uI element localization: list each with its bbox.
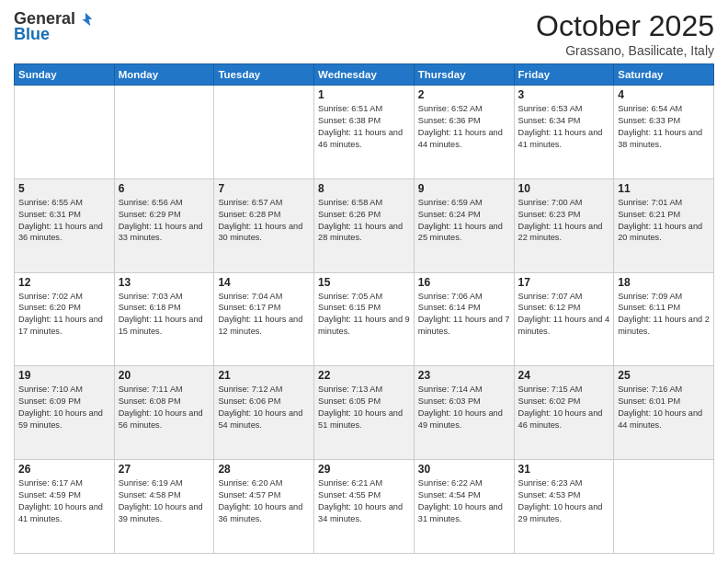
day-number: 5 (18, 182, 110, 195)
calendar-header-row: Sunday Monday Tuesday Wednesday Thursday… (15, 64, 714, 86)
table-row: 24Sunrise: 7:15 AM Sunset: 6:02 PM Dayli… (514, 366, 614, 460)
day-info: Sunrise: 7:07 AM Sunset: 6:12 PM Dayligh… (518, 291, 610, 339)
calendar-table: Sunday Monday Tuesday Wednesday Thursday… (14, 63, 714, 554)
col-saturday: Saturday (614, 64, 714, 86)
location: Grassano, Basilicate, Italy (536, 43, 714, 58)
table-row: 22Sunrise: 7:13 AM Sunset: 6:05 PM Dayli… (314, 366, 415, 460)
day-info: Sunrise: 7:04 AM Sunset: 6:17 PM Dayligh… (218, 291, 310, 339)
table-row: 9Sunrise: 6:59 AM Sunset: 6:24 PM Daylig… (414, 178, 514, 272)
day-number: 31 (518, 463, 610, 476)
table-row: 16Sunrise: 7:06 AM Sunset: 6:14 PM Dayli… (414, 272, 514, 366)
calendar-week-row: 5Sunrise: 6:55 AM Sunset: 6:31 PM Daylig… (15, 178, 714, 272)
month-title: October 2025 (536, 9, 714, 43)
table-row: 25Sunrise: 7:16 AM Sunset: 6:01 PM Dayli… (614, 366, 714, 460)
day-info: Sunrise: 6:56 AM Sunset: 6:29 PM Dayligh… (119, 197, 210, 245)
table-row: 15Sunrise: 7:05 AM Sunset: 6:15 PM Dayli… (314, 272, 415, 366)
day-number: 21 (218, 369, 310, 382)
day-info: Sunrise: 6:19 AM Sunset: 4:58 PM Dayligh… (119, 477, 210, 525)
day-number: 3 (518, 88, 610, 101)
day-info: Sunrise: 7:13 AM Sunset: 6:05 PM Dayligh… (318, 384, 410, 431)
table-row: 11Sunrise: 7:01 AM Sunset: 6:21 PM Dayli… (614, 178, 714, 272)
table-row: 23Sunrise: 7:14 AM Sunset: 6:03 PM Dayli… (414, 366, 514, 460)
day-info: Sunrise: 7:16 AM Sunset: 6:01 PM Dayligh… (618, 384, 710, 431)
table-row: 21Sunrise: 7:12 AM Sunset: 6:06 PM Dayli… (214, 366, 314, 460)
table-row: 4Sunrise: 6:54 AM Sunset: 6:33 PM Daylig… (614, 86, 714, 179)
table-row: 20Sunrise: 7:11 AM Sunset: 6:08 PM Dayli… (114, 366, 214, 460)
logo: General Blue (14, 9, 94, 44)
table-row: 6Sunrise: 6:56 AM Sunset: 6:29 PM Daylig… (114, 178, 214, 272)
day-info: Sunrise: 6:54 AM Sunset: 6:33 PM Dayligh… (618, 103, 710, 151)
day-info: Sunrise: 6:17 AM Sunset: 4:59 PM Dayligh… (18, 477, 110, 525)
day-number: 22 (318, 369, 410, 382)
day-number: 24 (518, 369, 610, 382)
svg-marker-0 (82, 12, 92, 25)
table-row (114, 86, 214, 179)
day-number: 16 (418, 276, 510, 289)
day-number: 20 (119, 369, 210, 382)
day-number: 4 (618, 88, 710, 101)
header: General Blue October 2025 Grassano, Basi… (14, 9, 714, 58)
day-number: 19 (18, 369, 110, 382)
day-info: Sunrise: 6:59 AM Sunset: 6:24 PM Dayligh… (418, 197, 510, 245)
day-number: 15 (318, 276, 410, 289)
day-number: 18 (618, 276, 710, 289)
col-wednesday: Wednesday (314, 64, 415, 86)
table-row: 18Sunrise: 7:09 AM Sunset: 6:11 PM Dayli… (614, 272, 714, 366)
day-info: Sunrise: 6:57 AM Sunset: 6:28 PM Dayligh… (218, 197, 310, 245)
day-info: Sunrise: 7:15 AM Sunset: 6:02 PM Dayligh… (518, 384, 610, 431)
day-info: Sunrise: 6:22 AM Sunset: 4:54 PM Dayligh… (418, 477, 510, 525)
table-row (214, 86, 314, 179)
calendar-week-row: 19Sunrise: 7:10 AM Sunset: 6:09 PM Dayli… (15, 366, 714, 460)
day-info: Sunrise: 7:00 AM Sunset: 6:23 PM Dayligh… (518, 197, 610, 245)
day-number: 17 (518, 276, 610, 289)
col-sunday: Sunday (15, 64, 115, 86)
table-row: 30Sunrise: 6:22 AM Sunset: 4:54 PM Dayli… (414, 460, 514, 554)
logo-bird-icon (77, 11, 94, 28)
day-info: Sunrise: 6:21 AM Sunset: 4:55 PM Dayligh… (318, 477, 410, 525)
day-info: Sunrise: 7:01 AM Sunset: 6:21 PM Dayligh… (618, 197, 710, 245)
day-info: Sunrise: 6:20 AM Sunset: 4:57 PM Dayligh… (218, 477, 310, 525)
col-friday: Friday (514, 64, 614, 86)
day-number: 7 (218, 182, 310, 195)
day-info: Sunrise: 6:58 AM Sunset: 6:26 PM Dayligh… (318, 197, 410, 245)
table-row: 27Sunrise: 6:19 AM Sunset: 4:58 PM Dayli… (114, 460, 214, 554)
page: General Blue October 2025 Grassano, Basi… (0, 0, 728, 563)
title-block: October 2025 Grassano, Basilicate, Italy (536, 9, 714, 58)
table-row: 10Sunrise: 7:00 AM Sunset: 6:23 PM Dayli… (514, 178, 614, 272)
day-number: 11 (618, 182, 710, 195)
col-thursday: Thursday (414, 64, 514, 86)
day-number: 27 (119, 463, 210, 476)
day-info: Sunrise: 7:11 AM Sunset: 6:08 PM Dayligh… (119, 384, 210, 431)
table-row: 8Sunrise: 6:58 AM Sunset: 6:26 PM Daylig… (314, 178, 415, 272)
day-info: Sunrise: 7:02 AM Sunset: 6:20 PM Dayligh… (18, 291, 110, 339)
day-number: 9 (418, 182, 510, 195)
day-number: 23 (418, 369, 510, 382)
day-number: 6 (119, 182, 210, 195)
table-row (15, 86, 115, 179)
table-row (614, 460, 714, 554)
day-number: 8 (318, 182, 410, 195)
table-row: 7Sunrise: 6:57 AM Sunset: 6:28 PM Daylig… (214, 178, 314, 272)
day-info: Sunrise: 6:55 AM Sunset: 6:31 PM Dayligh… (18, 197, 110, 245)
col-tuesday: Tuesday (214, 64, 314, 86)
day-info: Sunrise: 6:51 AM Sunset: 6:38 PM Dayligh… (318, 103, 410, 151)
day-number: 12 (18, 276, 110, 289)
day-number: 25 (618, 369, 710, 382)
table-row: 5Sunrise: 6:55 AM Sunset: 6:31 PM Daylig… (15, 178, 115, 272)
logo-blue-text: Blue (14, 25, 50, 44)
table-row: 13Sunrise: 7:03 AM Sunset: 6:18 PM Dayli… (114, 272, 214, 366)
col-monday: Monday (114, 64, 214, 86)
day-number: 14 (218, 276, 310, 289)
day-info: Sunrise: 7:12 AM Sunset: 6:06 PM Dayligh… (218, 384, 310, 431)
table-row: 28Sunrise: 6:20 AM Sunset: 4:57 PM Dayli… (214, 460, 314, 554)
calendar-week-row: 1Sunrise: 6:51 AM Sunset: 6:38 PM Daylig… (15, 86, 714, 179)
table-row: 29Sunrise: 6:21 AM Sunset: 4:55 PM Dayli… (314, 460, 415, 554)
day-info: Sunrise: 7:05 AM Sunset: 6:15 PM Dayligh… (318, 291, 410, 339)
day-number: 29 (318, 463, 410, 476)
table-row: 26Sunrise: 6:17 AM Sunset: 4:59 PM Dayli… (15, 460, 115, 554)
day-number: 28 (218, 463, 310, 476)
day-info: Sunrise: 7:06 AM Sunset: 6:14 PM Dayligh… (418, 291, 510, 339)
calendar-week-row: 26Sunrise: 6:17 AM Sunset: 4:59 PM Dayli… (15, 460, 714, 554)
day-info: Sunrise: 7:14 AM Sunset: 6:03 PM Dayligh… (418, 384, 510, 431)
day-info: Sunrise: 7:10 AM Sunset: 6:09 PM Dayligh… (18, 384, 110, 431)
